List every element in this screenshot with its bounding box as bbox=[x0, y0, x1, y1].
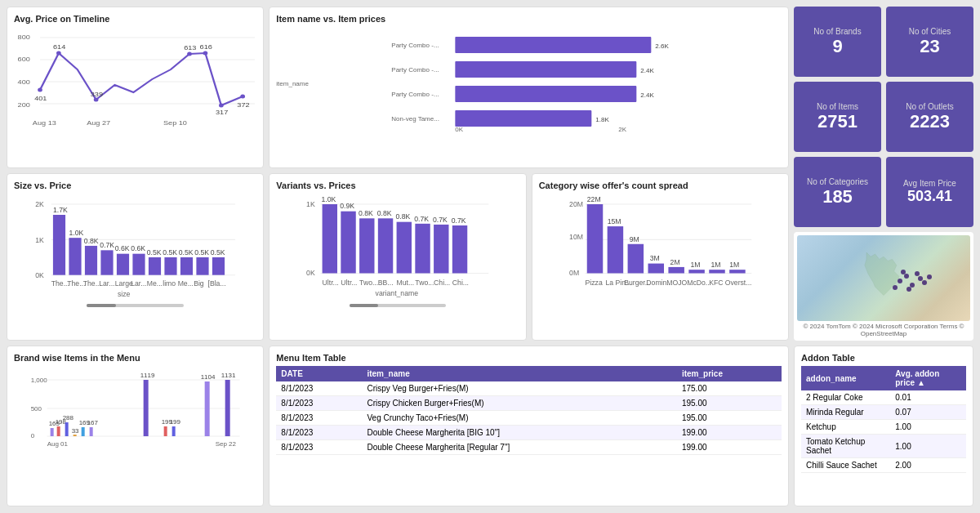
menu-date-1: 8/1/2023 bbox=[276, 381, 362, 396]
size-price-title: Size vs. Price bbox=[14, 181, 256, 190]
vb-3 bbox=[359, 218, 374, 273]
cb-5 bbox=[668, 267, 684, 274]
vv-3: 0.8K bbox=[359, 209, 373, 217]
cv-1: 22M bbox=[586, 195, 600, 203]
kpi-items-value: 2751 bbox=[817, 111, 858, 132]
variants-title: Variants vs. Prices bbox=[276, 181, 519, 190]
timeline-svg: 800 600 400 200 401 614 339 bbox=[14, 27, 256, 133]
menu-date-4: 8/1/2023 bbox=[276, 426, 362, 440]
sv-10: 0.5K bbox=[194, 248, 209, 256]
size-axis-label: size bbox=[118, 290, 131, 298]
vy-1k: 1K bbox=[306, 200, 315, 208]
bb-9 bbox=[172, 426, 176, 436]
vb-6 bbox=[416, 224, 430, 274]
table-row: Mirinda Regular 0.07 bbox=[801, 405, 966, 420]
x-2k: 2K bbox=[619, 126, 627, 133]
sv-3: 0.8K bbox=[84, 237, 99, 245]
y-label-600: 600 bbox=[18, 56, 30, 63]
sb-2 bbox=[69, 238, 81, 275]
cb-6 bbox=[688, 270, 705, 273]
sb-11 bbox=[212, 257, 225, 275]
addon-price-5: 2.00 bbox=[890, 458, 966, 473]
variants-chart: Variants vs. Prices 1K 0K 1.0K 0.9K 0.8K… bbox=[269, 173, 526, 341]
dot-5 bbox=[203, 51, 208, 56]
menu-price-5: 199.00 bbox=[677, 440, 782, 455]
menu-price-1: 175.00 bbox=[677, 381, 782, 396]
item-price-title: Item name vs. Item prices bbox=[276, 14, 782, 24]
addon-name-2: Mirinda Regular bbox=[801, 405, 890, 420]
cv-4: 3M bbox=[649, 254, 659, 262]
item1-label: Party Combo -... bbox=[392, 42, 439, 49]
cy-0m: 0M bbox=[569, 269, 579, 277]
bv-10: 1104 bbox=[201, 373, 216, 381]
bar-1 bbox=[456, 37, 652, 53]
vl-1: Ultr... bbox=[323, 279, 339, 287]
menu-price-2: 195.00 bbox=[677, 396, 782, 411]
bb-11 bbox=[225, 380, 230, 436]
item4-label: Non-veg Tame... bbox=[392, 115, 440, 123]
menu-table-title: Menu Item Table bbox=[276, 353, 782, 363]
vl-4: BB... bbox=[378, 279, 394, 287]
bv-11: 1131 bbox=[221, 372, 236, 379]
category-svg: 20M 10M 0M 22M 15M 9M 3M 2M 1M 1M 1M Piz… bbox=[539, 194, 782, 300]
bar1-val: 2.6K bbox=[656, 42, 670, 50]
brand-svg: 1,000 500 0 165 198 288 33 169 167 1119 … bbox=[14, 366, 256, 456]
table-row: 8/1/2023 Double Cheese Margherita [BIG 1… bbox=[276, 426, 782, 440]
y-0k: 0K bbox=[35, 271, 44, 279]
size-price-svg: 2K 1K 0K 1.7K 1.0K 0.8K 0.7K 0.6K 0.6K 0… bbox=[14, 194, 256, 300]
addon-name-4: Tomato Ketchup Sachet bbox=[801, 435, 890, 458]
ann-372: 372 bbox=[237, 101, 249, 109]
sl-7: Me... bbox=[147, 279, 163, 288]
ann-401: 401 bbox=[34, 95, 47, 102]
sb-1 bbox=[53, 215, 65, 275]
cv-3: 9M bbox=[629, 235, 639, 243]
kpi-cities: No of Cities 23 bbox=[886, 7, 973, 77]
timeline-line bbox=[40, 53, 243, 105]
menu-table: DATE item_name item_price 8/1/2023 Crisp… bbox=[276, 366, 782, 455]
sl-10: Big bbox=[194, 279, 204, 288]
sv-6: 0.6K bbox=[131, 244, 145, 252]
dot-3 bbox=[94, 98, 99, 102]
bar4-val: 1.8K bbox=[596, 116, 610, 123]
dot-6 bbox=[219, 104, 224, 108]
y-label-200: 200 bbox=[18, 101, 30, 109]
x-aug13: Aug 13 bbox=[33, 119, 56, 127]
cv-7: 1M bbox=[710, 261, 720, 269]
table-row: 8/1/2023 Crispy Chicken Burger+Fries(M) … bbox=[276, 396, 782, 411]
bx-start: Aug 01 bbox=[47, 440, 69, 448]
ann-613: 613 bbox=[184, 44, 196, 51]
variants-scrollbar[interactable] bbox=[350, 304, 447, 307]
map-card: © 2024 TomTom © 2024 Microsoft Corporati… bbox=[794, 232, 973, 341]
bb-6 bbox=[90, 427, 93, 436]
cl-1: Pizza bbox=[585, 279, 602, 287]
bv-6: 167 bbox=[87, 419, 99, 426]
vv-4: 0.8K bbox=[377, 209, 392, 217]
kpi-outlets-label: No of Outlets bbox=[906, 102, 953, 111]
cl-8: Overst... bbox=[724, 279, 751, 287]
bv-7: 1119 bbox=[140, 372, 155, 379]
sb-4 bbox=[100, 250, 113, 274]
cb-3 bbox=[627, 244, 644, 274]
bb-2 bbox=[57, 426, 60, 436]
vv-1: 1.0K bbox=[322, 195, 336, 203]
bar-4 bbox=[456, 110, 592, 127]
category-chart: Category wise offer's count spread 20M 1… bbox=[532, 173, 789, 341]
vb-2 bbox=[341, 212, 356, 274]
addon-price-2: 0.07 bbox=[890, 405, 966, 420]
y-label-800: 800 bbox=[18, 33, 30, 41]
sl-11: [Bla... bbox=[207, 279, 225, 288]
kpi-cities-label: No of Cities bbox=[909, 27, 951, 36]
cy-10m: 10M bbox=[569, 233, 583, 241]
cy-20m: 20M bbox=[569, 200, 583, 208]
cv-5: 2M bbox=[670, 258, 679, 266]
menu-col-date: DATE bbox=[276, 366, 362, 381]
size-scrollbar[interactable] bbox=[87, 304, 184, 307]
bar-2 bbox=[456, 61, 637, 78]
by-500: 500 bbox=[31, 405, 42, 413]
addon-table-card: Addon Table addon_name Avg. addon price … bbox=[794, 346, 973, 506]
bar3-val: 2.4K bbox=[641, 91, 655, 99]
dot-2 bbox=[56, 51, 61, 56]
menu-item-3: Veg Crunchy Taco+Fries(M) bbox=[362, 411, 676, 426]
map-visual bbox=[797, 235, 970, 321]
menu-col-price: item_price bbox=[677, 366, 782, 381]
